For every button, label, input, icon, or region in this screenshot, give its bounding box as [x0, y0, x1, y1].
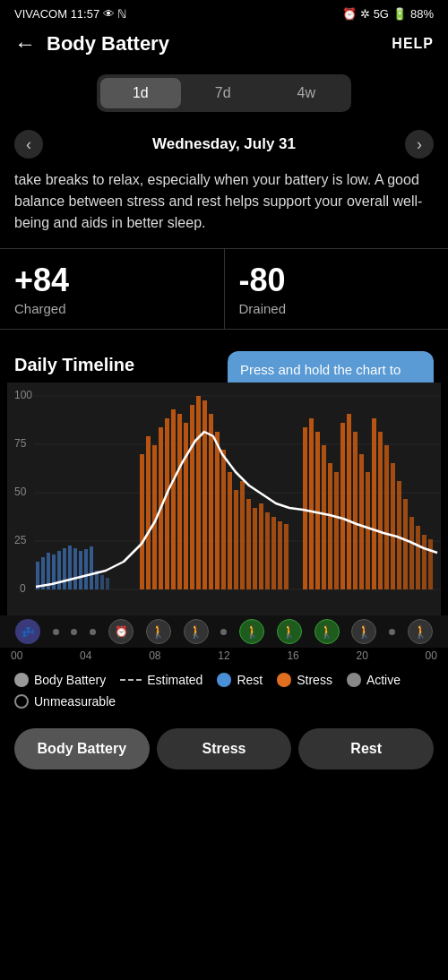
- svg-rect-66: [416, 526, 420, 589]
- svg-rect-55: [347, 414, 351, 589]
- svg-rect-60: [378, 432, 383, 589]
- time-label-08: 08: [149, 649, 160, 662]
- stats-row: +84 Charged -80 Drained: [0, 248, 448, 330]
- svg-rect-17: [73, 548, 77, 589]
- chart-legend: Body Battery Estimated Rest Stress Activ…: [0, 664, 448, 718]
- walk-icon: 🚶: [408, 619, 433, 644]
- walk-green-icon: 🚶: [239, 619, 264, 644]
- legend-rest: Rest: [217, 673, 263, 687]
- bottom-tab-body-battery[interactable]: Body Battery: [14, 728, 150, 769]
- timeline-title: Daily Timeline: [14, 355, 134, 375]
- stress-legend-icon: [277, 673, 291, 687]
- svg-rect-68: [428, 539, 433, 589]
- svg-rect-45: [271, 517, 276, 589]
- drained-stat: -80 Drained: [225, 249, 449, 329]
- svg-rect-44: [265, 512, 270, 589]
- stress-legend-label: Stress: [297, 673, 332, 687]
- svg-rect-39: [234, 490, 238, 589]
- svg-rect-24: [140, 454, 144, 589]
- bluetooth-icon: ✲: [360, 7, 370, 21]
- walk-green-icon: 🚶: [314, 619, 340, 644]
- time-label-12: 12: [218, 649, 229, 662]
- svg-rect-56: [353, 432, 358, 589]
- legend-active: Active: [347, 673, 401, 687]
- carrier: VIVACOM: [14, 7, 67, 21]
- tabs-container: 1d 7d 4w: [97, 74, 351, 112]
- active-legend-label: Active: [366, 673, 401, 687]
- charged-value: +84: [14, 262, 210, 299]
- svg-text:75: 75: [14, 437, 27, 450]
- legend-stress: Stress: [277, 673, 332, 687]
- activity-icons-row: 💤 ⏰ 🚶 🚶 🚶 🚶 🚶 🚶 🚶: [0, 615, 448, 648]
- chart-area[interactable]: 100 75 50 25 0: [7, 383, 441, 615]
- svg-rect-48: [303, 427, 307, 589]
- signal-icon: 5G: [374, 7, 389, 21]
- walk-icon: 🚶: [184, 619, 209, 644]
- svg-rect-33: [196, 396, 201, 589]
- svg-rect-29: [171, 409, 176, 589]
- svg-text:100: 100: [14, 389, 32, 401]
- battery-percent: 88%: [410, 7, 434, 21]
- time-label-00-end: 00: [426, 649, 437, 662]
- svg-rect-53: [334, 472, 339, 589]
- tab-1d[interactable]: 1d: [100, 78, 181, 108]
- svg-rect-36: [215, 432, 220, 589]
- description-text: take breaks to relax, especially when yo…: [0, 169, 448, 248]
- alarm-activity-icon: ⏰: [108, 619, 134, 644]
- svg-rect-25: [146, 436, 151, 589]
- svg-text:25: 25: [14, 534, 27, 546]
- header-left: ← Body Battery: [14, 31, 169, 56]
- prev-date-button[interactable]: ‹: [14, 130, 43, 159]
- legend-estimated: Estimated: [120, 673, 202, 687]
- carrier-time: VIVACOM 11:57 👁 ℕ: [14, 7, 126, 21]
- walk-icon: 🚶: [351, 619, 376, 644]
- tab-7d[interactable]: 7d: [183, 78, 263, 108]
- dot-icon: [71, 629, 77, 635]
- bottom-tab-stress[interactable]: Stress: [157, 728, 292, 769]
- svg-rect-19: [84, 549, 88, 589]
- status-bar: VIVACOM 11:57 👁 ℕ ⏰ ✲ 5G 🔋 88%: [0, 0, 448, 24]
- help-button[interactable]: HELP: [392, 36, 434, 52]
- tab-4w[interactable]: 4w: [265, 78, 348, 108]
- next-date-button[interactable]: ›: [405, 130, 434, 159]
- svg-text:50: 50: [14, 486, 27, 498]
- estimated-legend-icon: [120, 679, 142, 681]
- legend-body-battery: Body Battery: [14, 673, 106, 687]
- dot-icon: [90, 629, 96, 635]
- svg-rect-42: [253, 508, 257, 589]
- svg-rect-34: [202, 400, 207, 589]
- svg-rect-50: [315, 432, 320, 589]
- walk-green-icon: 🚶: [277, 619, 302, 644]
- svg-rect-20: [90, 546, 93, 589]
- time-label-16: 16: [287, 649, 298, 662]
- unmeasurable-legend-icon: [14, 694, 29, 709]
- svg-text:0: 0: [20, 582, 26, 595]
- svg-rect-15: [63, 548, 66, 589]
- rest-legend-icon: [217, 673, 231, 687]
- svg-rect-40: [240, 481, 245, 589]
- svg-rect-65: [409, 517, 414, 589]
- drained-value: -80: [239, 262, 435, 299]
- time-axis: 00 04 08 12 16 20 00: [0, 648, 448, 664]
- bottom-tab-rest[interactable]: Rest: [298, 728, 434, 769]
- svg-rect-28: [165, 418, 169, 589]
- sleep-icon: 💤: [15, 619, 40, 644]
- svg-rect-61: [384, 445, 389, 589]
- dot-icon: [53, 629, 59, 635]
- charged-stat: +84 Charged: [0, 249, 225, 329]
- svg-rect-62: [391, 463, 395, 589]
- svg-rect-63: [397, 481, 401, 589]
- header: ← Body Battery HELP: [0, 24, 448, 67]
- period-tabs: 1d 7d 4w: [14, 74, 434, 112]
- page-title: Body Battery: [47, 32, 169, 56]
- chart-svg: 100 75 50 25 0: [7, 383, 441, 615]
- rest-legend-label: Rest: [237, 673, 263, 687]
- svg-rect-23: [106, 578, 109, 589]
- back-button[interactable]: ←: [14, 31, 36, 56]
- status-icons: ⏰ ✲ 5G 🔋 88%: [342, 7, 434, 21]
- svg-rect-54: [340, 423, 345, 589]
- svg-rect-52: [328, 463, 332, 589]
- walk-icon: 🚶: [146, 619, 171, 644]
- svg-rect-18: [79, 551, 82, 589]
- bottom-tabs: Body Battery Stress Rest: [0, 718, 448, 787]
